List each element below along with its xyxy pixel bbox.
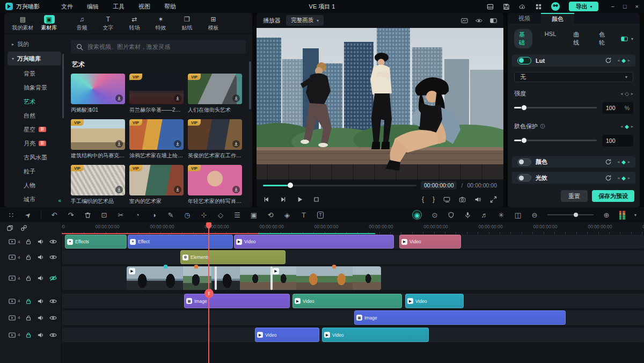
download-icon[interactable] [115,186,123,193]
color-subtab-0[interactable]: 基础 [514,29,532,48]
undo-icon[interactable]: ↶ [50,211,58,219]
select-tool-icon[interactable]: ➤ [24,211,32,219]
download-icon[interactable] [174,186,181,193]
smart-cutout-icon[interactable]: ◉ [412,210,422,220]
color-match-icon[interactable]: ◑ [150,211,158,219]
mute-icon[interactable] [37,254,45,260]
timeline-clip-video-6[interactable]: ▶Video [292,294,402,308]
previous-frame-button[interactable] [263,196,270,203]
mark-out-button[interactable]: } [433,195,435,203]
media-thumbnail-5[interactable]: VIP英俊的艺术家在工作室的大... [188,119,242,159]
download-icon[interactable] [115,140,123,148]
layout-icon[interactable] [487,3,494,10]
timeline-clip-video-7[interactable]: ▶Video [405,294,464,308]
lock-icon[interactable] [25,332,32,338]
strength-slider[interactable] [514,107,597,108]
export-button[interactable]: 导出 ▾ [569,2,598,11]
eye-off-icon[interactable] [49,275,57,281]
volume-icon[interactable] [474,196,481,203]
lock-open-icon[interactable] [25,315,32,321]
lock-open-icon[interactable] [25,275,32,281]
thumbnail-image[interactable]: VIP [188,74,242,104]
sidebar-item-7[interactable]: 粒子 [4,164,64,178]
timeline-clip-effects-0[interactable]: ✦Effects [65,235,127,249]
download-icon[interactable] [115,95,123,102]
media-tab-0[interactable]: ▤我的素材 [10,15,36,32]
skin-protect-slider[interactable] [514,140,597,141]
strength-slider-handle[interactable] [521,105,527,111]
redo-icon[interactable]: ↷ [67,211,75,219]
video-viewport[interactable] [257,28,503,179]
timeline-clip-video-9[interactable]: ▶Video [255,328,319,342]
sidebar-item-0[interactable]: 背景 [4,67,64,81]
zoom-out-icon[interactable]: ⊖ [531,211,538,219]
download-icon[interactable] [174,140,181,148]
user-avatar[interactable] [551,2,560,11]
snapshot-camera-icon[interactable] [459,196,466,203]
keyframe-icon[interactable]: ◇ [217,211,224,219]
audio-stretch-icon[interactable]: ♬ [481,211,488,219]
sidebar-item-6[interactable]: 古风水墨 [4,150,64,164]
play-button[interactable] [296,196,303,203]
sidebar-item-5[interactable]: 月亮新 [4,136,64,150]
delete-icon[interactable] [84,212,91,219]
lut-toggle[interactable] [517,57,531,64]
property-tab-视频[interactable]: 视频 [508,13,541,24]
lock-icon[interactable] [25,298,32,304]
lut-dropdown[interactable]: 无 ▾ [514,72,633,82]
text-icon[interactable]: T [300,211,308,219]
preview-render-icon[interactable]: ⊙ [431,211,438,219]
clip-marker[interactable] [164,265,167,268]
seek-bar[interactable] [263,185,416,186]
sidebar-item-8[interactable]: 人物 [4,178,64,192]
timeline-clip-effect-1[interactable]: ✦Effect [128,235,233,249]
display-device-icon[interactable] [443,196,450,203]
menu-item-2[interactable]: 工具 [113,3,125,11]
speed-ramp-icon[interactable]: ⟲ [267,211,274,219]
color-toggle[interactable] [517,158,531,166]
mask-icon[interactable]: ▣ [250,211,258,219]
sidebar-item-3[interactable]: 自然 [4,108,64,122]
playhead-split-icon[interactable]: ✂ [204,289,214,298]
download-icon[interactable] [232,186,240,193]
chevron-down-icon[interactable]: ▾ [631,37,633,41]
download-icon[interactable] [232,95,240,102]
compare-ab-icon[interactable] [490,17,497,24]
sidebar-item-4[interactable]: 星空新 [4,122,64,136]
track-lane-1[interactable] [62,250,644,264]
mute-icon[interactable] [37,315,45,321]
timeline-filmstrip-clip[interactable]: ▶▶ [127,266,381,290]
view-grid-icon[interactable]: ∷ [8,211,15,219]
link-icon[interactable] [20,224,27,231]
media-tab-2[interactable]: ♫音频 [69,15,95,32]
media-thumbnail-7[interactable]: VIP室内的艺术家 [129,165,184,205]
adjust-icon[interactable]: ☰ [233,211,241,219]
zoom-in-icon[interactable]: ⊕ [603,211,610,219]
timeline-ruler[interactable]: 00:00:00:0000:00:00:0000:00:00:0000:00:0… [62,222,644,234]
sidebar-collapse-button[interactable]: « [58,198,61,204]
timeline-clip-video-3[interactable]: ▶Video [399,235,461,249]
eye-icon[interactable] [49,254,57,260]
media-tab-4[interactable]: ⇄转场 [121,15,148,32]
sidebar-item-library[interactable]: ▾万兴喵库 [8,52,61,66]
timeline-clip-image-5[interactable]: ▦Image [184,294,290,308]
trim-icon[interactable]: ⊡ [100,211,108,219]
audio-meter-icon[interactable] [619,210,625,220]
color-subtab-1[interactable]: HSL [540,29,561,48]
safe-area-icon[interactable] [448,212,455,219]
sidebar-scrollbar[interactable] [62,54,64,118]
zoom-slider-handle[interactable] [574,213,578,217]
strength-value-box[interactable]: 100 % [602,102,633,114]
lut-keyframe-nav[interactable]: ◂◆▸ [617,57,630,63]
beat-detect-icon[interactable]: ✳ [497,211,505,219]
strength-keyframe-nav[interactable]: ◂◇▸ [620,91,633,97]
split-icon[interactable]: ✂ [117,211,125,219]
lock-open-icon[interactable] [25,238,32,245]
ai-text-icon[interactable]: T [317,212,324,219]
skin-slider-handle[interactable] [521,137,527,143]
media-thumbnail-3[interactable]: VIP建筑结构中的马赛克艺术巴... [71,119,125,159]
eye-icon[interactable] [49,238,57,245]
clip-marker[interactable] [194,265,198,268]
media-tab-3[interactable]: T文字 [95,15,121,32]
media-thumbnail-2[interactable]: VIP人们在做街头艺术 [188,74,242,114]
